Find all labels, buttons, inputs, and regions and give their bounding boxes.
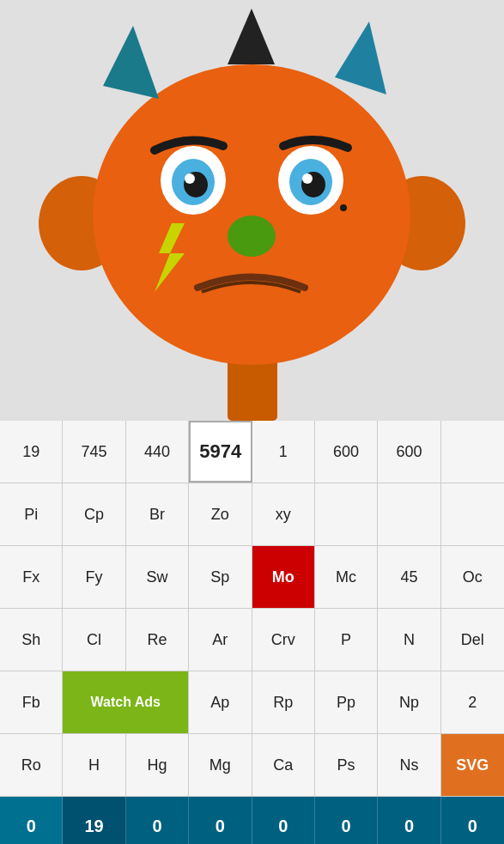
cell-3-6[interactable]: N bbox=[378, 609, 440, 671]
cell-1-0[interactable]: Pi bbox=[0, 483, 63, 545]
grid-row-4: Fb Watch Ads Ap Rp Pp Np 2 bbox=[0, 671, 504, 734]
cell-1-4[interactable]: xy bbox=[252, 483, 315, 545]
cell-0-2[interactable]: 440 bbox=[126, 421, 189, 483]
grid-row-3: Sh Cl Re Ar Crv P N Del bbox=[0, 609, 504, 671]
cell-5-0[interactable]: Ro bbox=[0, 734, 63, 796]
cell-5-4[interactable]: Ca bbox=[252, 734, 315, 796]
cell-2-0[interactable]: Fx bbox=[0, 546, 63, 608]
svg-point-14 bbox=[185, 173, 195, 184]
grid-row-1: Pi Cp Br Zo xy bbox=[0, 483, 504, 546]
game-grid: 19 745 440 5974 1 600 600 Pi Cp Br Zo xy… bbox=[0, 421, 504, 844]
cell-1-6[interactable] bbox=[378, 483, 440, 545]
svg-button[interactable]: SVG bbox=[441, 734, 504, 796]
cell-5-3[interactable]: Mg bbox=[189, 734, 252, 796]
cell-0-1[interactable]: 745 bbox=[63, 421, 125, 483]
cell-5-2[interactable]: Hg bbox=[126, 734, 189, 796]
score-row: 0 19 0 0 0 0 0 0 bbox=[0, 797, 504, 844]
cell-2-5[interactable]: Mc bbox=[315, 546, 378, 608]
cell-4-0[interactable]: Fb bbox=[0, 671, 63, 733]
score-5: 0 bbox=[315, 797, 378, 844]
score-7: 0 bbox=[441, 797, 504, 844]
cell-0-4[interactable]: 1 bbox=[252, 421, 315, 483]
grid-row-2: Fx Fy Sw Sp Mo Mc 45 Oc bbox=[0, 546, 504, 609]
cell-5-5[interactable]: Ps bbox=[315, 734, 378, 796]
cell-1-1[interactable]: Cp bbox=[63, 483, 125, 545]
character-display bbox=[0, 0, 504, 421]
cell-1-2[interactable]: Br bbox=[126, 483, 189, 545]
cell-3-3[interactable]: Ar bbox=[189, 609, 252, 671]
cell-3-4[interactable]: Crv bbox=[252, 609, 315, 671]
score-2: 0 bbox=[126, 797, 189, 844]
cell-1-7[interactable] bbox=[441, 483, 504, 545]
cell-3-2[interactable]: Re bbox=[126, 609, 189, 671]
svg-point-17 bbox=[340, 204, 347, 211]
cell-2-6[interactable]: 45 bbox=[378, 546, 440, 608]
cell-4-4[interactable]: Pp bbox=[315, 671, 378, 733]
score-6: 0 bbox=[378, 797, 440, 844]
cell-4-5[interactable]: Np bbox=[378, 671, 440, 733]
cell-3-0[interactable]: Sh bbox=[0, 609, 63, 671]
cell-1-3[interactable]: Zo bbox=[189, 483, 252, 545]
score-3: 0 bbox=[189, 797, 252, 844]
cell-2-7[interactable]: Oc bbox=[441, 546, 504, 608]
cell-1-5[interactable] bbox=[315, 483, 378, 545]
score-0: 0 bbox=[0, 797, 63, 844]
grid-row-0: 19 745 440 5974 1 600 600 bbox=[0, 421, 504, 483]
cell-5-6[interactable]: Ns bbox=[378, 734, 440, 796]
svg-point-15 bbox=[302, 173, 313, 184]
cell-0-0[interactable]: 19 bbox=[0, 421, 63, 483]
cell-0-5[interactable]: 600 bbox=[315, 421, 378, 483]
cell-4-2[interactable]: Ap bbox=[189, 671, 252, 733]
cell-4-6[interactable]: 2 bbox=[441, 671, 504, 733]
cell-0-7[interactable] bbox=[441, 421, 504, 483]
cell-3-7[interactable]: Del bbox=[441, 609, 504, 671]
grid-row-5: Ro H Hg Mg Ca Ps Ns SVG bbox=[0, 734, 504, 797]
cell-2-1[interactable]: Fy bbox=[63, 546, 125, 608]
cell-0-3-value[interactable]: 5974 bbox=[189, 421, 252, 483]
watch-ads-button[interactable]: Watch Ads bbox=[63, 671, 189, 733]
cell-2-2[interactable]: Sw bbox=[126, 546, 189, 608]
svg-point-16 bbox=[228, 216, 276, 257]
cell-3-1[interactable]: Cl bbox=[63, 609, 125, 671]
cell-0-6[interactable]: 600 bbox=[378, 421, 440, 483]
cell-4-3[interactable]: Rp bbox=[252, 671, 315, 733]
svg-point-4 bbox=[93, 64, 410, 365]
cell-2-4-mo[interactable]: Mo bbox=[252, 546, 315, 608]
cell-2-3[interactable]: Sp bbox=[189, 546, 252, 608]
score-4: 0 bbox=[252, 797, 315, 844]
score-1: 19 bbox=[63, 797, 125, 844]
cell-5-1[interactable]: H bbox=[63, 734, 125, 796]
cell-3-5[interactable]: P bbox=[315, 609, 378, 671]
